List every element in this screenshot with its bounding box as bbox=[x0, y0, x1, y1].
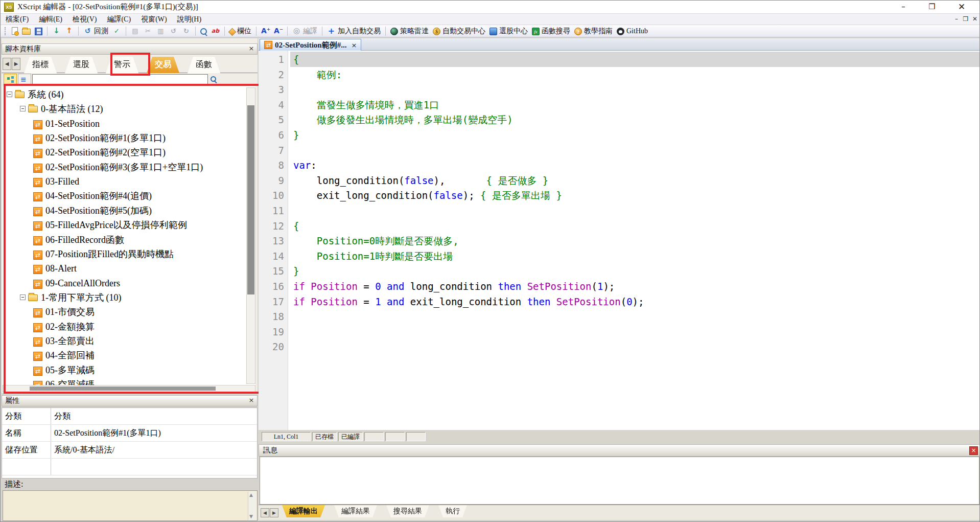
new-script-icon[interactable] bbox=[10, 27, 20, 35]
tree-item[interactable]: ⇄01-SetPosition bbox=[33, 117, 100, 131]
message-close-icon[interactable]: × bbox=[969, 446, 978, 455]
tree-item[interactable]: ⇄05-FilledAvgPrice以及停損停利範例 bbox=[33, 218, 187, 232]
code-token: then bbox=[527, 296, 551, 307]
save-icon[interactable] bbox=[33, 27, 44, 36]
backtest-button[interactable]: ↺回測 bbox=[81, 26, 110, 36]
stock-picking-center-button[interactable]: 選股中心 bbox=[487, 26, 530, 36]
scroll-up-icon[interactable]: ▲ bbox=[249, 492, 253, 497]
github-glyph bbox=[617, 28, 624, 35]
tree-item[interactable]: ⇄05-多單減碼 bbox=[33, 363, 95, 377]
collapse-icon[interactable] bbox=[7, 92, 12, 97]
line-number: 2 bbox=[259, 67, 284, 82]
library-search-button[interactable] bbox=[209, 75, 220, 85]
collapse-icon[interactable] bbox=[20, 294, 26, 300]
open-script-icon[interactable] bbox=[20, 27, 33, 35]
tree-item[interactable]: ⇄03-Filled bbox=[33, 174, 79, 189]
description-label: 描述: bbox=[5, 479, 23, 490]
message-tab-執行[interactable]: 執行 bbox=[438, 505, 467, 517]
message-tab-編譯輸出[interactable]: 編譯輸出 bbox=[282, 505, 325, 517]
mdi-minimize-button[interactable]: – bbox=[952, 15, 961, 24]
tree-vertical-scrollbar[interactable] bbox=[246, 87, 255, 384]
code-token: SetPosition bbox=[556, 296, 621, 307]
import-icon[interactable]: ↓ bbox=[50, 26, 63, 36]
tree-item[interactable]: ⇄02-SetPosition範例#2(空單1口) bbox=[33, 145, 166, 160]
tree-view-button[interactable] bbox=[4, 74, 17, 86]
maximize-button[interactable]: ❒ bbox=[919, 1, 945, 14]
tree-item[interactable]: ⇄02-SetPosition範例#1(多單1口) bbox=[33, 131, 166, 145]
tab-scroll-left-icon[interactable]: ◀ bbox=[3, 58, 11, 70]
code-line: 2 範例: bbox=[259, 67, 980, 82]
close-button[interactable]: ✕ bbox=[949, 1, 974, 14]
tree-item[interactable]: 系統 (64) bbox=[7, 87, 64, 102]
tree-item[interactable]: ⇄02-SetPosition範例#3(多單1口+空單1口) bbox=[33, 160, 203, 174]
code-token: ); bbox=[603, 281, 615, 292]
tree-item[interactable]: 0-基本語法 (12) bbox=[20, 102, 103, 116]
scroll-down-icon[interactable]: ▼ bbox=[249, 514, 253, 519]
properties-close-icon[interactable]: × bbox=[247, 397, 255, 405]
font-increase-icon[interactable]: A⁺ bbox=[259, 26, 272, 36]
tree-item[interactable]: ⇄04-全部回補 bbox=[33, 348, 95, 362]
tree-item[interactable]: ⇄09-CancelAllOrders bbox=[33, 276, 120, 290]
tree-item[interactable]: ⇄07-Position跟Filled的異動時機點 bbox=[33, 247, 174, 261]
menu-item-4[interactable]: 視窗(W) bbox=[136, 14, 172, 25]
tab-scroll-right-icon[interactable]: ▶ bbox=[12, 58, 20, 70]
menu-item-3[interactable]: 編譯(C) bbox=[102, 14, 136, 25]
tutorial-button[interactable]: ?教學指南 bbox=[572, 26, 615, 36]
message-tabs-scroll-left-icon[interactable]: ◀ bbox=[261, 508, 269, 517]
code-editor[interactable]: 1{2 範例:34 當發生做多情境時，買進1口5 做多後發生出場情境時，多單出場… bbox=[259, 51, 980, 430]
tree-item[interactable]: ⇄02-金額換算 bbox=[33, 320, 95, 334]
line-number: 20 bbox=[259, 339, 284, 354]
verify-script-icon[interactable]: ✓ bbox=[110, 26, 123, 36]
github-button[interactable]: GitHub bbox=[615, 27, 650, 36]
strategy-radar-button[interactable]: 策略雷達 bbox=[388, 26, 431, 36]
collapse-icon[interactable] bbox=[20, 106, 26, 111]
autotrade-center-button[interactable]: $自動交易中心 bbox=[431, 26, 487, 36]
menu-item-1[interactable]: 編輯(E) bbox=[34, 14, 67, 25]
library-tab-指標[interactable]: 指標 bbox=[24, 57, 57, 73]
tree-item[interactable]: ⇄06-FilledRecord函數 bbox=[33, 233, 124, 247]
tree-item[interactable]: ⇄01-市價交易 bbox=[33, 305, 95, 319]
message-tab-搜尋結果[interactable]: 搜尋結果 bbox=[386, 505, 429, 517]
code-text: { bbox=[284, 220, 299, 232]
check-glyph: ✓ bbox=[112, 27, 121, 35]
replace-icon[interactable]: ab bbox=[209, 26, 222, 36]
editor-tab[interactable]: ⇄ 02-SetPosition範例#... × bbox=[260, 39, 361, 51]
tree-item[interactable]: ⇄03-全部賣出 bbox=[33, 334, 95, 348]
code-line: 4 當發生做多情境時，買進1口 bbox=[259, 97, 980, 112]
mdi-close-button[interactable]: ✕ bbox=[970, 15, 979, 24]
mdi-restore-button[interactable]: ❒ bbox=[961, 15, 970, 24]
save-icon-glyph bbox=[35, 28, 42, 35]
tree-vscroll-thumb[interactable] bbox=[247, 105, 254, 294]
search-icon[interactable] bbox=[198, 27, 209, 35]
library-tab-交易[interactable]: 交易 bbox=[147, 57, 179, 73]
list-view-button[interactable]: ≡ bbox=[18, 74, 31, 86]
menu-item-2[interactable]: 檢視(V) bbox=[67, 14, 102, 25]
menu-item-5[interactable]: 說明(H) bbox=[172, 14, 206, 25]
property-divider bbox=[51, 459, 51, 475]
description-box[interactable]: ▲ ▼ bbox=[3, 490, 258, 521]
library-search-input[interactable] bbox=[32, 74, 208, 85]
message-tabs-scroll-right-icon[interactable]: ▶ bbox=[270, 508, 278, 517]
library-tab-警示[interactable]: 警示 bbox=[106, 57, 138, 73]
tree-horizontal-scrollbar[interactable] bbox=[3, 385, 255, 392]
editor-tab-close-icon[interactable]: × bbox=[349, 41, 357, 49]
library-close-icon[interactable]: × bbox=[247, 45, 255, 53]
tree-hscroll-thumb[interactable] bbox=[30, 387, 216, 391]
menu-item-0[interactable]: 檔案(F) bbox=[1, 14, 34, 25]
tree-item[interactable]: 1-常用下單方式 (10) bbox=[20, 290, 121, 305]
add-autotrade-button[interactable]: +加入自動交易 bbox=[325, 26, 383, 36]
description-scrollbar[interactable]: ▲ ▼ bbox=[248, 491, 256, 520]
library-tab-函數[interactable]: 函數 bbox=[188, 57, 220, 73]
tree-item[interactable]: ⇄06-空單減碼 bbox=[33, 377, 95, 385]
fields-button[interactable]: 欄位 bbox=[227, 26, 253, 36]
tree-item[interactable]: ⇄08-Alert bbox=[33, 261, 77, 276]
message-tab-編譯結果[interactable]: 編譯結果 bbox=[334, 505, 377, 517]
font-decrease-icon[interactable]: A⁻ bbox=[272, 26, 285, 36]
minimize-button[interactable]: – bbox=[891, 1, 916, 14]
tree-item[interactable]: ⇄04-SetPosition範例#5(加碼) bbox=[33, 203, 152, 218]
script-icon: ⇄ bbox=[33, 207, 42, 216]
library-tab-選股[interactable]: 選股 bbox=[65, 57, 98, 73]
function-search-button[interactable]: fx函數搜尋 bbox=[530, 26, 572, 36]
export-icon[interactable]: ↑ bbox=[63, 26, 76, 36]
tree-item[interactable]: ⇄04-SetPosition範例#4(追價) bbox=[33, 189, 152, 203]
